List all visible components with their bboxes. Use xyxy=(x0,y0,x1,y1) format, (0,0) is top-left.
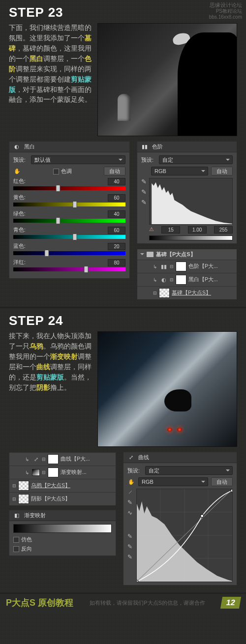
link-icon[interactable]: ⊟ xyxy=(12,497,16,501)
curves-channel-dropdown[interactable]: RGB xyxy=(138,477,208,486)
gradient-preview[interactable] xyxy=(13,524,112,533)
slider-value[interactable]: 20 xyxy=(108,243,125,250)
clip-icon: ↳ xyxy=(25,457,29,462)
layer-group[interactable]: 墓碑【P大点S】 xyxy=(137,249,237,260)
output-gradient[interactable] xyxy=(149,235,233,240)
layer-row[interactable]: ↳ ⊟ 渐变映射... xyxy=(9,466,116,479)
layer-mask-thumb[interactable] xyxy=(48,454,59,464)
levels-gamma-input[interactable] xyxy=(188,226,207,234)
layer-name: 色阶【P大... xyxy=(188,263,218,270)
eyedropper-gray-icon[interactable]: ✎ xyxy=(141,188,147,196)
slider-label: 青色: xyxy=(13,227,26,234)
layer-mask-thumb[interactable] xyxy=(176,262,186,271)
slider-thumb[interactable] xyxy=(73,201,77,208)
slider-value[interactable]: 80 xyxy=(108,259,125,266)
preview-image-24 xyxy=(97,331,237,447)
eyedropper-gray-icon[interactable]: ✎ xyxy=(127,543,133,550)
reverse-checkbox[interactable] xyxy=(13,546,19,552)
gradient-map-icon: ◧ xyxy=(12,512,21,519)
slider-track[interactable] xyxy=(13,251,125,255)
layer-row[interactable]: ⊟ 阴影【P大点S】 xyxy=(9,492,116,505)
link-icon[interactable]: ⊟ xyxy=(42,470,46,475)
levels-histogram[interactable] xyxy=(149,178,233,225)
clip-icon: ↳ xyxy=(153,277,157,283)
slider-label: 绿色: xyxy=(13,210,26,218)
layer-name: 渐变映射... xyxy=(61,469,87,476)
layer-name: 曲线【P大... xyxy=(61,456,90,463)
layers-panel-24: ↳ ⤢ ⊟ 曲线【P大...↳ ⊟ 渐变映射... ⊟ 乌鸦【P大点S】 ⊟ 阴… xyxy=(9,452,116,506)
eyedropper-black-icon[interactable]: ✎ xyxy=(127,533,133,540)
levels-icon: ▮▮ xyxy=(140,144,149,150)
link-icon[interactable]: ⊟ xyxy=(42,457,46,462)
layer-name: 阴影【P大点S】 xyxy=(31,496,70,502)
panel-levels: ▮▮ 色阶 预设: 自定 RGB 自动 ✎ xyxy=(137,141,237,244)
panel-gradient-map: ◧ 渐变映射 仿色 反向 xyxy=(9,510,116,556)
slider-thumb[interactable] xyxy=(73,234,77,240)
clip-icon: ↳ xyxy=(25,470,29,475)
layer-name: 乌鸦【P大点S】 xyxy=(31,482,70,489)
preset-label: 预设: xyxy=(13,156,28,164)
slider-thumb[interactable] xyxy=(56,217,61,224)
slider-thumb[interactable] xyxy=(56,185,61,192)
scrubby-icon[interactable]: ✋ xyxy=(13,168,21,175)
layer-row[interactable]: ⊟ 墓碑【P大点S】 xyxy=(137,286,237,299)
step-title: STEP 24 xyxy=(9,313,237,328)
levels-white-input[interactable] xyxy=(214,226,233,234)
layer-row[interactable]: ↳ ▮▮ ⊟ 色阶【P大... xyxy=(137,260,237,273)
slider-value[interactable]: 40 xyxy=(108,210,125,218)
slider-label: 蓝色: xyxy=(13,243,26,250)
curves-preset-dropdown[interactable]: 自定 xyxy=(145,466,233,475)
dither-checkbox[interactable] xyxy=(13,537,19,543)
bw-preset-dropdown[interactable]: 默认值 xyxy=(31,155,125,164)
slider-value[interactable]: 60 xyxy=(108,194,125,202)
link-icon[interactable]: ⊟ xyxy=(12,483,16,488)
slider-thumb[interactable] xyxy=(45,250,49,257)
slider-track[interactable] xyxy=(13,203,125,206)
curves-graph[interactable] xyxy=(136,489,233,582)
levels-black-input[interactable] xyxy=(161,226,180,234)
slider-label: 黄色: xyxy=(13,194,26,202)
curve-point-tool-icon[interactable]: ⟋ xyxy=(127,489,133,496)
layer-mask-thumb[interactable] xyxy=(18,481,29,491)
link-icon[interactable]: ⊟ xyxy=(170,264,174,269)
disclosure-icon[interactable] xyxy=(140,253,144,257)
eyedropper-white-icon[interactable]: ✎ xyxy=(127,554,133,560)
slider-value[interactable]: 60 xyxy=(108,227,125,234)
grad-adj-icon xyxy=(32,469,40,476)
scrubby-icon[interactable]: ✋ xyxy=(127,478,135,485)
curve-pencil-tool-icon[interactable]: ✎ xyxy=(127,499,133,506)
curves-auto-button[interactable]: 自动 xyxy=(211,477,233,486)
layer-mask-thumb[interactable] xyxy=(159,288,170,298)
footer: P大点S 原创教程 如有转载，请保留我们P大点S的信息，谢谢合作 12 xyxy=(0,594,246,612)
layer-row[interactable]: ↳ ◐ ⊟ 黑白【P大... xyxy=(137,273,237,286)
layers-panel-23: 墓碑【P大点S】 ↳ ▮▮ ⊟ 色阶【P大...↳ ◐ ⊟ 黑白【P大... ⊟… xyxy=(137,249,237,300)
panel-black-white: ◐ 黑白 预设: 默认值 ✋ 色调 自动 红色:40 黄色:60 绿色:40 青… xyxy=(9,141,130,279)
slider-value[interactable]: 40 xyxy=(108,178,125,185)
tint-checkbox[interactable] xyxy=(53,169,59,175)
layer-mask-thumb[interactable] xyxy=(176,275,186,285)
footer-note: 如有转载，请保留我们P大点S的信息，谢谢合作 xyxy=(73,599,221,607)
levels-channel-dropdown[interactable]: RGB xyxy=(151,167,208,176)
section-step-23: STEP 23 下面，我们继续营造黑暗的氛围。这里我添加了一个墓碑，墓碑的颜色，… xyxy=(0,0,246,308)
layer-name: 墓碑【P大点S】 xyxy=(172,290,211,296)
layer-row[interactable]: ↳ ⤢ ⊟ 曲线【P大... xyxy=(9,452,116,466)
slider-track[interactable] xyxy=(13,235,125,239)
levels-auto-button[interactable]: 自动 xyxy=(211,167,233,176)
slider-label: 洋红: xyxy=(13,259,26,266)
layer-mask-thumb[interactable] xyxy=(48,468,59,477)
folder-icon xyxy=(147,252,154,257)
link-icon[interactable]: ⊟ xyxy=(153,291,157,295)
layer-row[interactable]: ⊟ 乌鸦【P大点S】 xyxy=(9,479,116,492)
slider-track[interactable] xyxy=(13,219,125,223)
layer-mask-thumb[interactable] xyxy=(18,494,29,504)
levels-preset-dropdown[interactable]: 自定 xyxy=(159,155,233,164)
curve-smooth-icon[interactable]: ∿ xyxy=(127,509,133,516)
eyedropper-white-icon[interactable]: ✎ xyxy=(141,199,147,206)
preview-image-23 xyxy=(97,23,237,136)
slider-track[interactable] xyxy=(13,186,125,190)
slider-track[interactable] xyxy=(13,267,125,271)
slider-thumb[interactable] xyxy=(84,266,89,273)
eyedropper-black-icon[interactable]: ✎ xyxy=(141,178,147,185)
bw-auto-button[interactable]: 自动 xyxy=(104,167,125,176)
link-icon[interactable]: ⊟ xyxy=(170,277,174,282)
